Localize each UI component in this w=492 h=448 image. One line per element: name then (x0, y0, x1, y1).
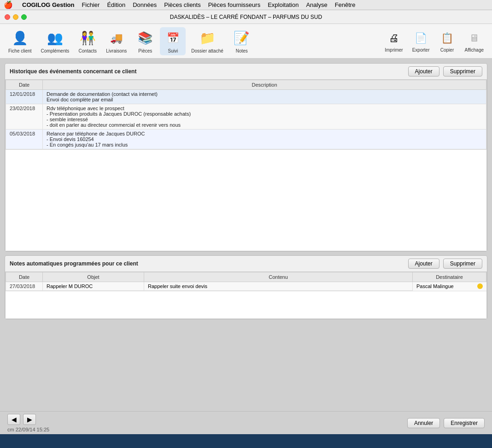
historique-empty-area (6, 149, 486, 251)
notes-buttons: Ajouter Supprimer (408, 259, 482, 269)
col-destinataire-header: Destinataire (413, 272, 486, 282)
historique-title: Historique des événements concernant ce … (10, 68, 136, 75)
toolbar-imprimer-label: Imprimer (385, 47, 403, 53)
bottom-bar: ◀ ▶ cm 22/09/14 15:25 Annuler Enregistre… (0, 411, 492, 434)
historique-section: Historique des événements concernant ce … (5, 63, 487, 252)
hist-desc-2: Rdv téléphonique avec le prospect - Pres… (43, 104, 486, 130)
complements-icon: 👥 (46, 29, 64, 47)
export-icon: 📄 (413, 30, 429, 47)
toolbar-contacts-label: Contacts (79, 48, 97, 53)
menubar: 🍎 COGILOG Gestion Fichier Édition Donnée… (0, 0, 492, 10)
toolbar-complements[interactable]: 👥 Compléments (37, 27, 73, 55)
col-date-header2: Date (6, 272, 43, 282)
historique-buttons: Ajouter Supprimer (408, 66, 482, 77)
notes-destinataire-1: Pascal Malingue (413, 282, 486, 290)
toolbar-suivi-label: Suivi (168, 48, 178, 53)
nav-buttons: ◀ ▶ (7, 414, 49, 425)
close-button[interactable] (5, 14, 10, 20)
menu-analyse[interactable]: Analyse (306, 1, 327, 8)
menu-edition[interactable]: Édition (107, 1, 125, 8)
titlebar: DASKALIDÈS – LE CARRÉ FONDANT – PARFUMS … (0, 10, 492, 24)
toolbar: 👤 Fiche client 👥 Compléments 👫 Contacts … (0, 24, 492, 59)
historique-add-button[interactable]: Ajouter (408, 66, 439, 77)
person-icon: 👤 (11, 29, 29, 47)
toolbar-pieces[interactable]: 📚 Pièces (132, 27, 158, 55)
toolbar-affichage[interactable]: 🖥 Affichage (461, 28, 487, 54)
hist-desc-3: Relance par téléphone de Jacques DUROC -… (43, 130, 486, 149)
notes-empty-area (6, 291, 486, 318)
hist-date-1: 12/01/2018 (6, 90, 43, 104)
notes-icon: 📝 (233, 29, 251, 47)
menu-pieces-fournisseurs[interactable]: Pièces fournisseurs (208, 1, 260, 8)
menu-donnees[interactable]: Données (133, 1, 157, 8)
maximize-button[interactable] (21, 14, 27, 20)
toolbar-complements-label: Compléments (41, 48, 70, 53)
main-content: Historique des événements concernant ce … (0, 59, 492, 411)
hist-date-2: 23/02/2018 (6, 104, 43, 130)
footer-banner: Suivi des actions commerciales par clien… (0, 434, 492, 448)
window-controls (5, 14, 27, 20)
toolbar-contacts[interactable]: 👫 Contacts (75, 27, 100, 55)
menu-fenetre[interactable]: Fenêtre (335, 1, 356, 8)
footer-text: Suivi des actions commerciales par clien… (105, 446, 388, 448)
col-contenu-header: Contenu (144, 272, 413, 282)
apple-menu[interactable]: 🍎 (4, 0, 13, 9)
toolbar-exporter-label: Exporter (412, 47, 430, 53)
calendar-icon: 📅 (164, 29, 182, 47)
notes-table-container: Date Objet Contenu Destinataire 27/03/20… (5, 271, 487, 319)
table-row[interactable]: 05/03/2018 Relance par téléphone de Jacq… (6, 130, 486, 149)
menu-fichier[interactable]: Fichier (82, 1, 100, 8)
contacts-icon: 👫 (78, 29, 97, 47)
notes-table: Date Objet Contenu Destinataire 27/03/20… (6, 272, 486, 291)
table-row[interactable]: 12/01/2018 Demande de documentation (con… (6, 90, 486, 104)
notes-title: Notes automatiques programmées pour ce c… (10, 260, 138, 267)
toolbar-pieces-label: Pièces (138, 48, 152, 53)
toolbar-suivi[interactable]: 📅 Suivi (160, 27, 186, 55)
toolbar-livraisons[interactable]: 🚚 Livraisons (102, 27, 130, 55)
col-objet-header: Objet (43, 272, 144, 282)
status-dot (477, 283, 483, 289)
toolbar-fiche-client-label: Fiche client (8, 48, 32, 53)
toolbar-dossier-label: Dossier attaché (191, 48, 223, 53)
save-button[interactable]: Enregistrer (444, 418, 485, 428)
status-text: cm 22/09/14 15:25 (7, 427, 49, 432)
prev-button[interactable]: ◀ (7, 414, 20, 425)
folder-icon: 📁 (198, 29, 217, 47)
hist-desc-1: Demande de documentation (contact via in… (43, 90, 486, 104)
toolbar-livraisons-label: Livraisons (106, 48, 127, 53)
app-name[interactable]: COGILOG Gestion (22, 1, 74, 8)
notes-header: Notes automatiques programmées pour ce c… (5, 256, 487, 271)
next-button[interactable]: ▶ (23, 414, 36, 425)
toolbar-copier-label: Copier (440, 47, 454, 53)
historique-table: Date Description 12/01/2018 Demande de d… (6, 80, 486, 149)
toolbar-fiche-client[interactable]: 👤 Fiche client (5, 27, 35, 55)
notes-date-1: 27/03/2018 (6, 282, 43, 291)
table-row[interactable]: 27/03/2018 Rappeler M DUROC Rappeler sui… (6, 282, 486, 291)
col-date-header: Date (6, 80, 43, 90)
window-title: DASKALIDÈS – LE CARRÉ FONDANT – PARFUMS … (170, 14, 322, 20)
truck-icon: 🚚 (107, 29, 126, 47)
menu-exploitation[interactable]: Exploitation (268, 1, 299, 8)
printer-icon: 🖨 (386, 30, 402, 47)
notes-contenu-1: Rappeler suite envoi devis (144, 282, 413, 291)
historique-delete-button[interactable]: Supprimer (443, 66, 482, 77)
toolbar-exporter[interactable]: 📄 Exporter (409, 28, 433, 54)
notes-add-button[interactable]: Ajouter (408, 259, 439, 269)
col-desc-header: Description (43, 80, 486, 90)
toolbar-copier[interactable]: 📋 Copier (435, 28, 459, 54)
menu-pieces-clients[interactable]: Pièces clients (164, 1, 200, 8)
hist-date-3: 05/03/2018 (6, 130, 43, 149)
cancel-button[interactable]: Annuler (407, 418, 440, 428)
notes-delete-button[interactable]: Supprimer (443, 259, 482, 269)
toolbar-affichage-label: Affichage (464, 47, 484, 53)
table-row[interactable]: 23/02/2018 Rdv téléphonique avec le pros… (6, 104, 486, 130)
toolbar-notes-label: Notes (236, 48, 248, 53)
toolbar-dossier[interactable]: 📁 Dossier attaché (187, 27, 227, 55)
notes-section: Notes automatiques programmées pour ce c… (5, 255, 487, 319)
historique-table-container: Date Description 12/01/2018 Demande de d… (5, 79, 487, 251)
minimize-button[interactable] (13, 14, 18, 20)
book-icon: 📚 (136, 29, 154, 47)
toolbar-notes[interactable]: 📝 Notes (229, 27, 255, 55)
toolbar-imprimer[interactable]: 🖨 Imprimer (381, 28, 406, 54)
display-icon: 🖥 (466, 30, 482, 47)
